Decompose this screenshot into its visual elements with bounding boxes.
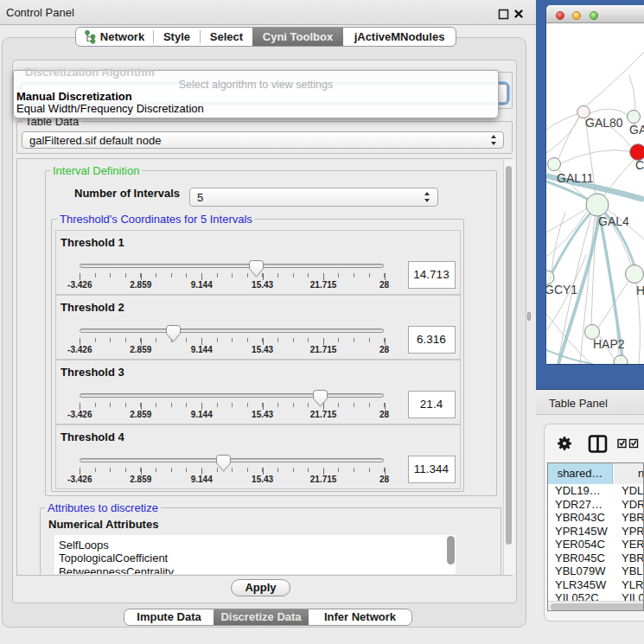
svg-text:HAP2: HAP2 bbox=[593, 337, 625, 351]
svg-text:GCY1: GCY1 bbox=[546, 283, 577, 296]
svg-text:C: C bbox=[635, 158, 644, 172]
svg-text:GAL80: GAL80 bbox=[585, 116, 623, 130]
svg-text:GAL4: GAL4 bbox=[598, 214, 629, 228]
svg-text:GA: GA bbox=[629, 123, 644, 137]
svg-text:GAL11: GAL11 bbox=[557, 171, 594, 185]
svg-text:H: H bbox=[636, 284, 644, 297]
